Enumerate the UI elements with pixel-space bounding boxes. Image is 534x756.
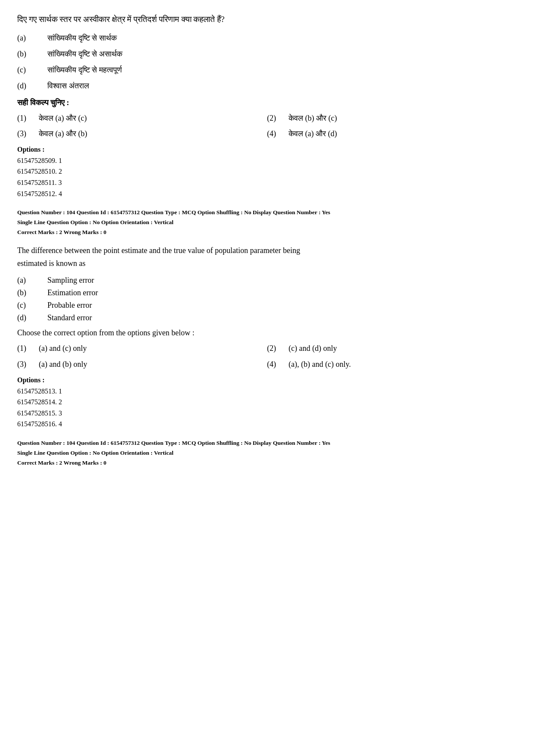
en-option-c-row: (c) Probable error: [17, 301, 517, 310]
section1: दिए गए सार्थक स्तर पर अस्वीकार क्षेत्र म…: [17, 13, 517, 199]
meta1-line3: Correct Marks : 2 Wrong Marks : 0: [17, 228, 517, 237]
choices-grid-1: (1) केवल (a) और (c) (2) केवल (b) और (c) …: [17, 112, 517, 141]
choice-4-num: (4): [267, 127, 289, 141]
options-codes-2: Options : 61547528513. 1 61547528514. 2 …: [17, 376, 517, 430]
en-option-a-label: (a): [17, 276, 47, 285]
choose-label-1: सही विकल्प चुनिए :: [17, 98, 517, 107]
option-c-text: सांख्यिकीय दृष्टि से महत्वपूर्ण: [47, 64, 517, 76]
choice-1: (1) केवल (a) और (c): [17, 112, 267, 125]
en-option-b-row: (b) Estimation error: [17, 288, 517, 297]
meta1-line1: Question Number : 104 Question Id : 6154…: [17, 208, 517, 218]
choice-2-text: केवल (b) और (c): [289, 112, 337, 125]
choice-2: (2) केवल (b) और (c): [267, 112, 517, 125]
meta2-line2: Single Line Question Option : No Option …: [17, 448, 517, 458]
option-b-row: (b) सांख्यिकीय दृष्टि से असार्थक: [17, 48, 517, 60]
option-code-2-3: 61547528515. 3: [17, 408, 517, 419]
options-label-2: Options :: [17, 376, 517, 384]
option-b-label: (b): [17, 48, 47, 60]
options-list-1: (a) सांख्यिकीय दृष्टि से सार्थक (b) सांख…: [17, 32, 517, 92]
en-choice-4-text: (a), (b) and (c) only.: [289, 358, 351, 371]
en-option-c-text: Probable error: [47, 301, 92, 310]
meta-info-1: Question Number : 104 Question Id : 6154…: [17, 208, 517, 237]
en-choice-3-num: (3): [17, 358, 39, 371]
choice-1-text: केवल (a) और (c): [39, 112, 87, 125]
meta1-line2: Single Line Question Option : No Option …: [17, 218, 517, 228]
choice-4-text: केवल (a) और (d): [289, 127, 337, 141]
option-c-label: (c): [17, 64, 47, 76]
en-choice-3: (3) (a) and (b) only: [17, 358, 267, 371]
choice-4: (4) केवल (a) और (d): [267, 127, 517, 141]
en-option-a-text: Sampling error: [47, 276, 94, 285]
en-choice-2-num: (2): [267, 342, 289, 355]
choices-grid-2: (1) (a) and (c) only (2) (c) and (d) onl…: [17, 342, 517, 371]
option-a-text: सांख्यिकीय दृष्टि से सार्थक: [47, 32, 517, 44]
en-choice-1: (1) (a) and (c) only: [17, 342, 267, 355]
choice-3-num: (3): [17, 127, 39, 141]
options-list-2: (a) Sampling error (b) Estimation error …: [17, 276, 517, 322]
options-codes-1: Options : 61547528509. 1 61547528510. 2 …: [17, 146, 517, 199]
en-option-b-label: (b): [17, 288, 47, 297]
choice-1-num: (1): [17, 112, 39, 125]
option-d-label: (d): [17, 80, 47, 92]
en-option-b-text: Estimation error: [47, 288, 98, 297]
choice-3: (3) केवल (a) और (b): [17, 127, 267, 141]
en-option-c-label: (c): [17, 301, 47, 310]
question2-english: The difference between the point estimat…: [17, 244, 517, 270]
option-c-row: (c) सांख्यिकीय दृष्टि से महत्वपूर्ण: [17, 64, 517, 76]
choice-2-num: (2): [267, 112, 289, 125]
en-option-d-row: (d) Standard error: [17, 313, 517, 322]
en-choice-2-text: (c) and (d) only: [289, 342, 337, 355]
en-choice-3-text: (a) and (b) only: [39, 358, 87, 371]
en-option-d-text: Standard error: [47, 313, 92, 322]
option-code-2-2: 61547528514. 2: [17, 397, 517, 408]
option-b-text: सांख्यिकीय दृष्टि से असार्थक: [47, 48, 517, 60]
option-a-row: (a) सांख्यिकीय दृष्टि से सार्थक: [17, 32, 517, 44]
en-option-a-row: (a) Sampling error: [17, 276, 517, 285]
en-choice-1-num: (1): [17, 342, 39, 355]
option-code-2-1: 61547528513. 1: [17, 386, 517, 397]
option-code-1-3: 61547528511. 3: [17, 177, 517, 188]
en-choice-2: (2) (c) and (d) only: [267, 342, 517, 355]
option-d-row: (d) विश्वास अंतराल: [17, 80, 517, 92]
choose-label-2: Choose the correct option from the optio…: [17, 328, 517, 337]
en-choice-4-num: (4): [267, 358, 289, 371]
option-a-label: (a): [17, 32, 47, 44]
meta-info-2: Question Number : 104 Question Id : 6154…: [17, 438, 517, 468]
option-code-1-1: 61547528509. 1: [17, 155, 517, 166]
en-option-d-label: (d): [17, 313, 47, 322]
option-code-1-2: 61547528510. 2: [17, 166, 517, 177]
choice-3-text: केवल (a) और (b): [39, 127, 87, 141]
section2: The difference between the point estimat…: [17, 244, 517, 430]
en-choice-1-text: (a) and (c) only: [39, 342, 87, 355]
question2-line2: estimated is known as: [17, 259, 85, 268]
question2-line1: The difference between the point estimat…: [17, 246, 300, 255]
option-code-2-4: 61547528516. 4: [17, 419, 517, 430]
en-choice-4: (4) (a), (b) and (c) only.: [267, 358, 517, 371]
question1-hindi: दिए गए सार्थक स्तर पर अस्वीकार क्षेत्र म…: [17, 13, 517, 26]
option-d-text: विश्वास अंतराल: [47, 80, 517, 92]
option-code-1-4: 61547528512. 4: [17, 188, 517, 200]
meta2-line1: Question Number : 104 Question Id : 6154…: [17, 438, 517, 448]
options-label-1: Options :: [17, 146, 517, 153]
meta2-line3: Correct Marks : 2 Wrong Marks : 0: [17, 458, 517, 468]
